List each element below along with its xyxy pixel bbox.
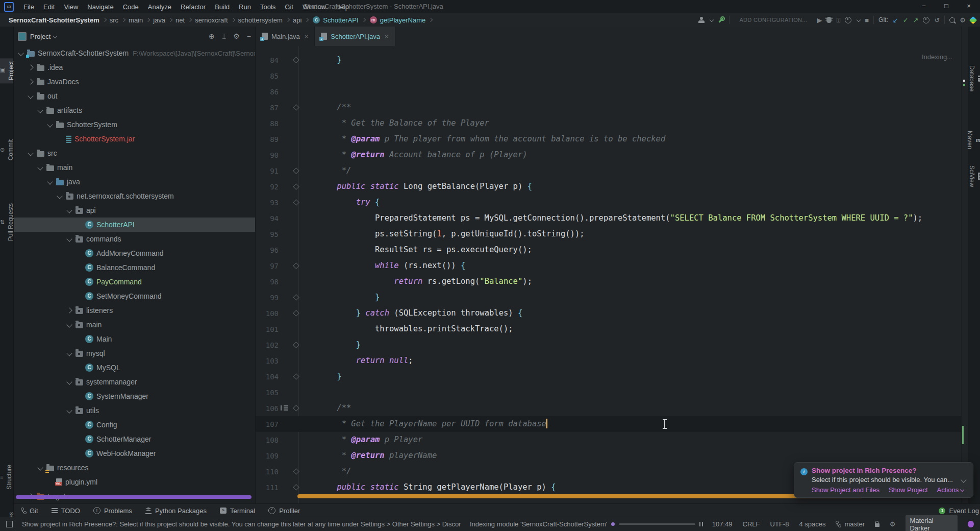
- encoding-widget[interactable]: UTF-8: [770, 520, 789, 528]
- code-line-106[interactable]: 106 /**: [256, 400, 962, 416]
- tree-row[interactable]: utils: [14, 403, 255, 418]
- tree-row[interactable]: CSchotterAPI: [14, 218, 255, 232]
- code-editor[interactable]: 84 }858687 /**88 * Get the Balance of th…: [256, 46, 962, 503]
- breadcrumb-item[interactable]: sernoxcraft: [195, 16, 228, 24]
- status-window-icon[interactable]: [6, 521, 13, 527]
- menu-refactor[interactable]: Refactor: [176, 3, 210, 11]
- tree-collapsed-chevron-icon[interactable]: [66, 307, 72, 313]
- coverage-button[interactable]: [845, 17, 851, 23]
- tree-row[interactable]: CConfig: [14, 418, 255, 432]
- tree-expanded-chevron-icon[interactable]: [66, 236, 72, 242]
- breadcrumb-item[interactable]: main: [129, 16, 143, 24]
- code-line-108[interactable]: 108 * @param p Player: [256, 432, 962, 448]
- code-line-85[interactable]: 85: [256, 68, 962, 84]
- tree-expanded-chevron-icon[interactable]: [66, 379, 72, 384]
- line-separator-widget[interactable]: CRLF: [743, 520, 760, 528]
- run-button[interactable]: ▶: [817, 17, 822, 23]
- indent-widget[interactable]: 4 spaces: [799, 520, 825, 528]
- tree-expanded-chevron-icon[interactable]: [47, 179, 53, 184]
- editor-tab-schotterapi-java[interactable]: SchotterAPI.java×: [315, 27, 395, 46]
- collapse-all-icon[interactable]: ⌶: [222, 32, 226, 41]
- code-line-99[interactable]: 99 }: [256, 289, 962, 305]
- error-stripe[interactable]: [961, 27, 968, 503]
- notification-action-actions[interactable]: Actions: [937, 486, 964, 494]
- code-line-84[interactable]: 84 }: [256, 52, 962, 68]
- code-line-98[interactable]: 98 return rs.getLong("Balance");: [256, 274, 962, 289]
- tool-stripe-pull-requests[interactable]: ⇅Pull Requests: [0, 200, 13, 244]
- menu-git[interactable]: Git: [280, 3, 298, 11]
- fold-marker-icon[interactable]: [293, 342, 299, 348]
- code-line-104[interactable]: 104 }: [256, 369, 962, 384]
- tree-expanded-chevron-icon[interactable]: [66, 207, 72, 213]
- wrench-icon[interactable]: [718, 17, 724, 23]
- tree-row[interactable]: main: [14, 318, 255, 332]
- code-line-103[interactable]: 103 return null;: [256, 353, 962, 369]
- menu-code[interactable]: Code: [118, 3, 143, 11]
- code-line-107[interactable]: 107 * Get the PlayerName per UUID form d…: [256, 416, 962, 432]
- tool-stripe-structure[interactable]: ≡Structure: [0, 462, 13, 493]
- locate-file-icon[interactable]: ⊕: [209, 32, 215, 40]
- notification-action-show-project-and-files[interactable]: Show Project and Files: [812, 486, 880, 494]
- chevron-down-icon[interactable]: [710, 18, 714, 22]
- fold-marker-icon[interactable]: [293, 167, 299, 174]
- code-line-95[interactable]: 95 ps.setString(1, p.getUniqueId().toStr…: [256, 226, 962, 242]
- fold-marker-icon[interactable]: [293, 310, 299, 317]
- menu-navigate[interactable]: Navigate: [83, 3, 118, 11]
- tree-expanded-chevron-icon[interactable]: [47, 122, 53, 127]
- tool-window-button-python-packages[interactable]: Python Packages: [145, 507, 207, 515]
- fold-marker-icon[interactable]: [293, 262, 299, 269]
- code-line-100[interactable]: 100 } catch (SQLException throwables) {: [256, 305, 962, 321]
- tree-row[interactable]: mysql: [14, 346, 255, 360]
- close-icon[interactable]: ×: [385, 33, 389, 40]
- tree-row[interactable]: plugin.yml: [14, 475, 255, 489]
- reader-mode-icon[interactable]: ⚙: [890, 521, 896, 527]
- breadcrumb-item[interactable]: java: [153, 16, 165, 24]
- fold-marker-icon[interactable]: [293, 183, 299, 190]
- tree-row[interactable]: CSystemManager: [14, 389, 255, 403]
- tree-row[interactable]: artifacts: [14, 103, 255, 117]
- theme-widget[interactable]: Material Darker: [906, 515, 957, 531]
- history-icon[interactable]: [923, 17, 929, 23]
- fold-marker-icon[interactable]: [293, 484, 299, 491]
- debug-button[interactable]: [826, 17, 832, 23]
- tree-row[interactable]: CWebHookManager: [14, 446, 255, 461]
- tool-window-button-todo[interactable]: TODO: [52, 507, 80, 515]
- lock-icon[interactable]: [875, 523, 880, 527]
- tool-window-button-profiler[interactable]: Profiler: [268, 507, 300, 515]
- tree-row[interactable]: api: [14, 203, 255, 218]
- material-theme-icon[interactable]: [969, 16, 977, 24]
- code-line-87[interactable]: 87 /**: [256, 100, 962, 115]
- tree-expanded-chevron-icon[interactable]: [57, 193, 62, 199]
- code-line-96[interactable]: 96 ResultSet rs = ps.executeQuery();: [256, 242, 962, 258]
- tree-row[interactable]: java: [14, 175, 255, 189]
- breadcrumb-item[interactable]: src: [110, 16, 118, 24]
- tree-row[interactable]: .idea: [14, 60, 255, 75]
- breadcrumb-item[interactable]: schottersystem: [238, 16, 283, 24]
- tool-stripe-project[interactable]: ▣Project: [0, 58, 13, 83]
- tree-row[interactable]: CPayCommand: [14, 275, 255, 289]
- tree-row[interactable]: JavaDocs: [14, 75, 255, 89]
- fold-marker-icon[interactable]: [293, 294, 299, 301]
- stop-button[interactable]: ■: [865, 17, 869, 23]
- tree-row[interactable]: SchotterSystem: [14, 117, 255, 132]
- breadcrumb-item[interactable]: SernoxCraft-SchotterSystem: [9, 16, 99, 24]
- code-line-102[interactable]: 102 }: [256, 337, 962, 353]
- project-panel-title[interactable]: Project: [30, 33, 51, 40]
- fold-marker-icon[interactable]: [293, 373, 299, 380]
- tree-horizontal-scrollbar[interactable]: [16, 495, 252, 499]
- pause-icon[interactable]: [699, 522, 703, 526]
- tool-stripe-maven[interactable]: mMaven: [968, 128, 980, 152]
- gear-icon[interactable]: ⚙: [233, 32, 240, 40]
- profile-run-button[interactable]: ⍗: [836, 17, 840, 23]
- tree-expanded-chevron-icon[interactable]: [66, 407, 72, 413]
- tool-stripe-database[interactable]: Database: [968, 62, 980, 94]
- menu-tools[interactable]: Tools: [256, 3, 280, 11]
- tree-row[interactable]: SchotterSystem.jar: [14, 132, 255, 146]
- status-message[interactable]: Show project in Rich Presence?: Select i…: [22, 520, 461, 528]
- git-push-button[interactable]: ↗: [913, 17, 919, 23]
- tree-expanded-chevron-icon[interactable]: [66, 350, 72, 356]
- tool-stripe-sciview[interactable]: SciView: [968, 162, 980, 190]
- tree-expanded-chevron-icon[interactable]: [37, 465, 43, 470]
- tree-row[interactable]: CSchotterManager: [14, 432, 255, 446]
- tree-row[interactable]: commands: [14, 232, 255, 246]
